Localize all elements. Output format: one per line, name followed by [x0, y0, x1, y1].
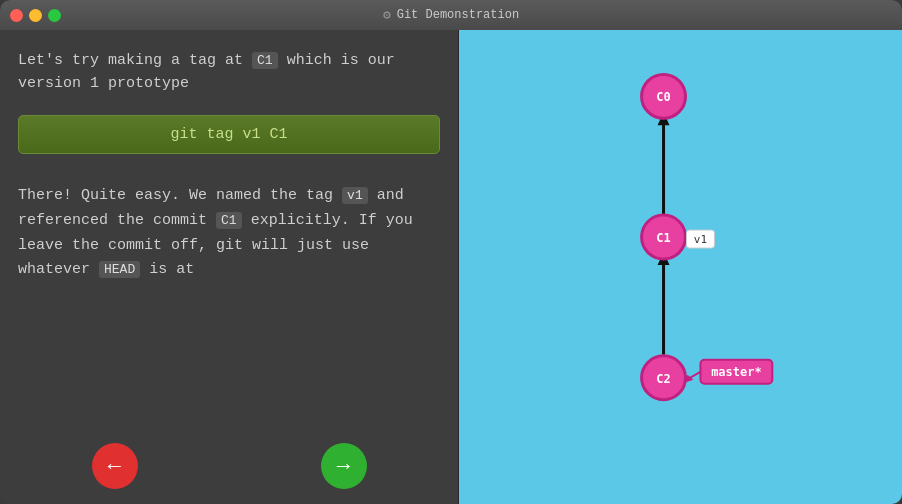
- v1-code-inline: v1: [342, 187, 368, 204]
- c1-code-inline-2: C1: [216, 212, 242, 229]
- maximize-button[interactable]: [48, 9, 61, 22]
- intro-text-1: Let's try making a tag at: [18, 52, 243, 69]
- forward-arrow-icon: →: [333, 453, 355, 479]
- expl-4: is at: [149, 261, 194, 278]
- right-panel: C0 C1 v1 C2 master*: [458, 30, 902, 504]
- gear-icon: ⚙: [383, 7, 391, 23]
- minimize-button[interactable]: [29, 9, 42, 22]
- bottom-nav: ← →: [0, 443, 458, 489]
- explanation-text: There! Quite easy. We named the tag v1 a…: [18, 184, 440, 283]
- forward-button[interactable]: →: [321, 443, 367, 489]
- expl-1: There! Quite easy. We named the tag: [18, 187, 333, 204]
- back-arrow-icon: ←: [104, 453, 126, 479]
- titlebar-title: ⚙ Git Demonstration: [383, 7, 519, 23]
- left-panel: Let's try making a tag at C1 which is ou…: [0, 30, 458, 504]
- svg-text:C0: C0: [656, 90, 670, 104]
- back-button[interactable]: ←: [92, 443, 138, 489]
- titlebar: ⚙ Git Demonstration: [0, 0, 902, 30]
- git-graph-svg: C0 C1 v1 C2 master*: [459, 30, 902, 504]
- svg-text:C1: C1: [656, 231, 670, 245]
- titlebar-buttons: [10, 9, 61, 22]
- head-code-inline: HEAD: [99, 261, 140, 278]
- intro-text: Let's try making a tag at C1 which is ou…: [18, 50, 440, 95]
- svg-text:master*: master*: [711, 365, 761, 379]
- close-button[interactable]: [10, 9, 23, 22]
- c1-code-inline: C1: [252, 52, 278, 69]
- git-command-button[interactable]: git tag v1 C1: [18, 115, 440, 154]
- window-title: Git Demonstration: [397, 8, 519, 22]
- svg-text:v1: v1: [694, 233, 707, 246]
- svg-text:C2: C2: [656, 372, 670, 386]
